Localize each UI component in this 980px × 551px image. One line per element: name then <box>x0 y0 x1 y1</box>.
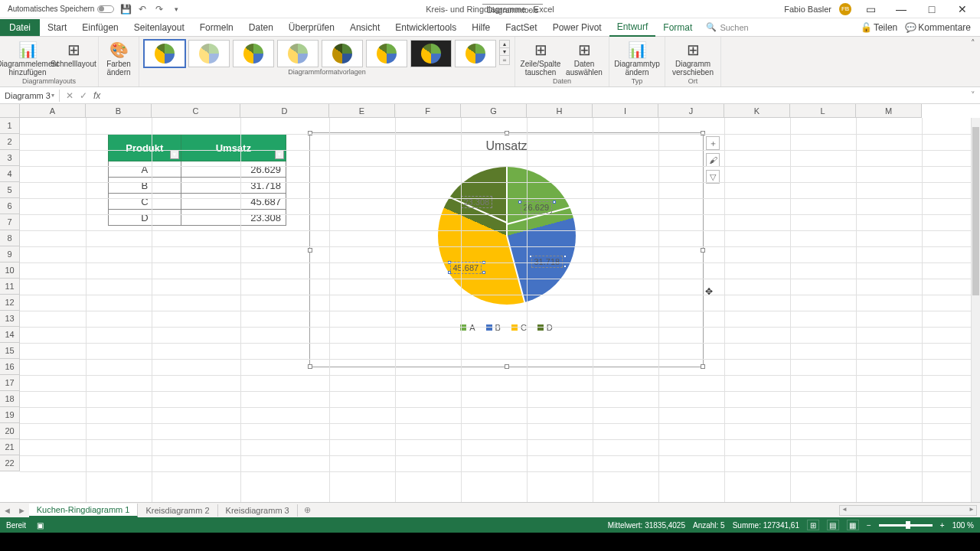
resize-handle[interactable] <box>701 364 705 369</box>
col-header[interactable]: K <box>724 104 790 118</box>
filter-icon[interactable]: ▾ <box>170 150 179 159</box>
col-header[interactable]: H <box>527 104 593 118</box>
chart-style-8[interactable] <box>455 40 496 67</box>
resize-handle[interactable] <box>701 131 705 135</box>
chart-style-4[interactable] <box>277 40 318 67</box>
tab-formeln[interactable]: Formeln <box>192 19 241 36</box>
user-avatar-icon[interactable]: FB <box>839 3 851 15</box>
tab-ansicht[interactable]: Ansicht <box>342 19 387 36</box>
col-header[interactable]: M <box>856 104 922 118</box>
chart-style-3[interactable] <box>233 40 274 67</box>
expand-formula-icon[interactable]: ˅ <box>966 90 980 100</box>
minimize-icon[interactable]: — <box>890 1 913 18</box>
share-button[interactable]: 🔓 Teilen <box>861 22 897 33</box>
table-header-produkt[interactable]: Produkt▾ <box>109 135 181 161</box>
row-header[interactable]: 20 <box>0 423 20 439</box>
row-header[interactable]: 12 <box>0 295 20 311</box>
record-macro-icon[interactable]: ▣ <box>37 521 44 530</box>
add-sheet-icon[interactable]: ⊕ <box>298 505 317 515</box>
filter-icon[interactable]: ▾ <box>275 150 284 159</box>
name-box[interactable]: Diagramm 3▾ <box>0 90 60 102</box>
pie-chart[interactable]: 26.629 31.718 45.687 23.308 <box>438 167 576 305</box>
horizontal-scrollbar[interactable] <box>839 505 977 516</box>
tab-file[interactable]: Datei <box>0 19 40 36</box>
view-normal-icon[interactable]: ⊞ <box>807 520 819 530</box>
col-header[interactable]: L <box>790 104 856 118</box>
chart-style-7[interactable] <box>410 40 452 67</box>
tab-powerpivot[interactable]: Power Pivot <box>545 19 609 36</box>
table-cell[interactable]: C <box>109 194 181 210</box>
tell-me-search[interactable]: 🔍Suchen <box>706 22 748 32</box>
col-header[interactable]: E <box>329 104 395 118</box>
view-pagebreak-icon[interactable]: ▦ <box>847 520 859 530</box>
vertical-scrollbar[interactable] <box>971 118 980 502</box>
ribbon-options-icon[interactable]: ▭ <box>859 1 882 18</box>
row-header[interactable]: 21 <box>0 439 20 455</box>
zoom-level[interactable]: 100 % <box>952 521 974 530</box>
close-icon[interactable]: ✕ <box>951 1 974 18</box>
quick-layout-button[interactable]: ⊞Schnelllayout <box>54 40 93 68</box>
tab-einfuegen[interactable]: Einfügen <box>74 19 126 36</box>
data-label-c[interactable]: 45.687 <box>450 262 482 274</box>
table-cell[interactable]: 23.308 <box>181 210 286 226</box>
resize-handle[interactable] <box>308 364 312 369</box>
col-header[interactable]: F <box>395 104 461 118</box>
table-cell[interactable]: 31.718 <box>181 178 286 194</box>
chart-legend[interactable]: A B C D <box>310 323 703 332</box>
row-header[interactable]: 18 <box>0 391 20 407</box>
collapse-ribbon-icon[interactable]: ˄ <box>966 37 980 86</box>
user-name[interactable]: Fabio Basler <box>784 5 831 14</box>
switch-row-col-button[interactable]: ⊞Zeile/Spalte tauschen <box>520 40 561 77</box>
tab-ueberpruefen[interactable]: Überprüfen <box>281 19 342 36</box>
sheet-tab-1[interactable]: Kuchen-Ringdiagramm 1 <box>29 504 139 517</box>
sheet-nav-next-icon[interactable]: ► <box>15 506 29 515</box>
data-label-a[interactable]: 26.629 <box>521 201 553 214</box>
resize-handle[interactable] <box>505 131 509 135</box>
data-label-b[interactable]: 31.718 <box>531 256 564 268</box>
redo-icon[interactable]: ↷ <box>154 4 165 15</box>
enter-formula-icon[interactable]: ✓ <box>80 90 87 101</box>
table-cell[interactable]: 26.629 <box>181 161 286 178</box>
customize-qat-icon[interactable]: ▾ <box>171 4 181 15</box>
add-chart-element-button[interactable]: 📊Diagrammelement hinzufügen <box>5 40 51 77</box>
row-header[interactable]: 11 <box>0 279 20 295</box>
cancel-formula-icon[interactable]: ✕ <box>66 90 74 101</box>
fx-icon[interactable]: fx <box>93 90 100 101</box>
chart-object[interactable]: Umsatz 26.629 31.718 45.687 23.308 <box>309 132 704 367</box>
sheet-tab-3[interactable]: Kreisdiagramm 3 <box>218 504 298 517</box>
row-header[interactable]: 3 <box>0 150 20 166</box>
col-header[interactable]: B <box>86 104 152 118</box>
tab-entwicklertools[interactable]: Entwicklertools <box>387 19 464 36</box>
row-header[interactable]: 16 <box>0 359 20 375</box>
col-header[interactable]: J <box>658 104 724 118</box>
sheet-tab-2[interactable]: Kreisdiagramm 2 <box>138 504 217 517</box>
view-layout-icon[interactable]: ▤ <box>827 520 839 530</box>
table-cell[interactable]: B <box>109 178 181 194</box>
row-header[interactable]: 1 <box>0 118 20 134</box>
row-header[interactable]: 4 <box>0 166 20 182</box>
zoom-slider[interactable] <box>879 524 933 527</box>
data-table[interactable]: Produkt▾ Umsatz▾ A26.629 B31.718 C45.687… <box>108 134 286 226</box>
select-data-button[interactable]: ⊞Daten auswählen <box>564 40 604 77</box>
resize-handle[interactable] <box>505 364 509 369</box>
col-header[interactable]: A <box>20 104 86 118</box>
tab-start[interactable]: Start <box>40 19 74 36</box>
tab-daten[interactable]: Daten <box>241 19 281 36</box>
row-header[interactable]: 8 <box>0 230 20 246</box>
change-chart-type-button[interactable]: 📊Diagrammtyp ändern <box>614 40 660 77</box>
col-header[interactable]: C <box>152 104 240 118</box>
row-header[interactable]: 5 <box>0 182 20 198</box>
resize-handle[interactable] <box>308 248 312 253</box>
resize-handle[interactable] <box>701 248 705 253</box>
tab-entwurf[interactable]: Entwurf <box>609 18 656 37</box>
change-colors-button[interactable]: 🎨Farben ändern <box>103 40 134 77</box>
comments-button[interactable]: 💬 Kommentare <box>905 22 971 33</box>
tab-format[interactable]: Format <box>655 19 700 36</box>
row-header[interactable]: 2 <box>0 134 20 150</box>
row-header[interactable]: 19 <box>0 407 20 423</box>
save-icon[interactable]: 💾 <box>120 4 131 15</box>
row-header[interactable]: 10 <box>0 262 20 279</box>
spreadsheet-grid[interactable]: ABCDEFGHIJKLM 12345678910111213141516171… <box>0 104 980 502</box>
table-cell[interactable]: D <box>109 210 181 226</box>
tab-factset[interactable]: FactSet <box>498 19 544 36</box>
